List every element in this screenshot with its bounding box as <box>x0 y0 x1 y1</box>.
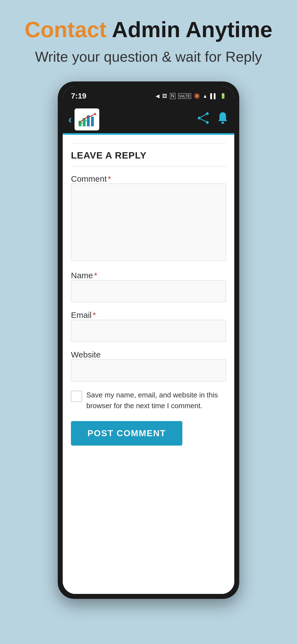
phone-wrapper: 7:19 ◀ 🖼 N VoLTE 🔕 ▲ ▌▌ 🔋 ‹ <box>55 81 242 644</box>
comment-input[interactable] <box>71 184 226 261</box>
contact-word: Contact <box>25 17 107 42</box>
website-input[interactable] <box>71 359 226 381</box>
battery-icon: 🔋 <box>220 93 226 99</box>
wifi-icon: ▲ <box>203 93 208 99</box>
image-icon: 🖼 <box>162 93 167 99</box>
save-info-row: Save my name, email, and website in this… <box>71 390 226 411</box>
email-input[interactable] <box>71 320 226 342</box>
logo-svg <box>77 111 97 128</box>
share-icon[interactable] <box>197 112 210 127</box>
name-label: Name* <box>71 271 97 280</box>
website-label: Website <box>71 350 101 359</box>
navigation-icon: ◀ <box>156 93 160 99</box>
status-time: 7:19 <box>71 92 86 100</box>
email-label: Email* <box>71 310 96 320</box>
signal-icon: ▌▌ <box>210 93 217 99</box>
svg-rect-3 <box>91 117 94 126</box>
status-bar: 7:19 ◀ 🖼 N VoLTE 🔕 ▲ ▌▌ 🔋 <box>63 86 234 106</box>
header-title-rest: Admin Anytime <box>106 17 272 42</box>
header-title: Contact Admin Anytime <box>11 17 286 43</box>
svg-point-10 <box>221 122 224 124</box>
top-divider <box>71 143 226 143</box>
dashed-divider <box>71 166 226 167</box>
app-bar-left: ‹ <box>68 108 99 130</box>
back-button[interactable]: ‹ <box>68 113 72 126</box>
name-input[interactable] <box>71 280 226 302</box>
phone-screen: 7:19 ◀ 🖼 N VoLTE 🔕 ▲ ▌▌ 🔋 ‹ <box>63 86 234 594</box>
svg-line-8 <box>199 114 207 118</box>
app-logo <box>75 108 99 130</box>
status-icons: ◀ 🖼 N VoLTE 🔕 ▲ ▌▌ 🔋 <box>156 93 226 99</box>
section-title: LEAVE A REPLY <box>71 150 226 161</box>
post-comment-button[interactable]: POST COMMENT <box>71 421 182 446</box>
bottom-space <box>71 451 226 468</box>
header-subtitle: Write your question & wait for Reply <box>11 48 286 65</box>
volte-icon: VoLTE <box>178 93 191 99</box>
app-bar: ‹ <box>63 106 234 133</box>
app-bar-right <box>197 112 229 127</box>
comment-label: Comment* <box>71 174 111 183</box>
save-info-checkbox[interactable] <box>71 391 82 402</box>
nfc-icon: N <box>170 93 175 99</box>
save-info-label: Save my name, email, and website in this… <box>86 390 226 411</box>
header-section: Contact Admin Anytime Write your questio… <box>0 0 297 76</box>
mute-icon: 🔕 <box>194 93 200 99</box>
svg-line-9 <box>199 118 207 122</box>
bell-icon[interactable] <box>217 112 229 127</box>
content-area: LEAVE A REPLY Comment* Name* Email* <box>63 135 234 594</box>
phone-frame: 7:19 ◀ 🖼 N VoLTE 🔕 ▲ ▌▌ 🔋 ‹ <box>58 81 239 599</box>
